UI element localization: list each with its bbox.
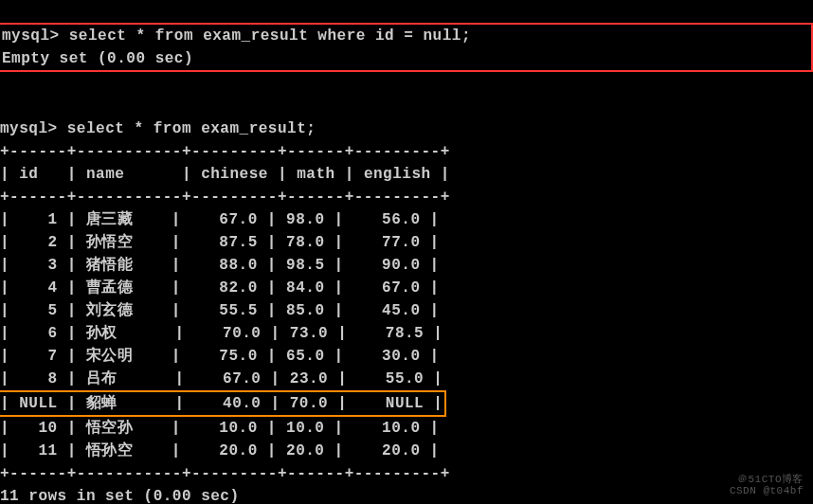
cell-english: 45.0 [382,302,420,319]
cell-id: 1 [48,211,58,228]
cell-chinese: 82.0 [219,279,257,297]
cell-chinese: 67.0 [223,370,261,387]
terminal-output: mysql> select * from exam_result where i… [0,0,813,504]
cell-english: 90.0 [382,257,420,274]
watermark-line1: ＠51CTO博客 [730,474,804,485]
col-english: english [364,166,431,183]
cell-chinese: 20.0 [219,442,257,459]
cell-id: 10 [38,420,57,437]
cell-chinese: 10.0 [219,420,257,437]
cell-name: 吕布 [86,370,117,387]
cell-id: 5 [48,302,58,319]
cell-math: 84.0 [286,279,324,297]
cell-english: 78.5 [386,325,424,342]
cell-id: 11 [38,442,57,459]
cell-math: 10.0 [286,420,324,437]
cell-id: 3 [48,257,58,274]
cell-math: 23.0 [290,370,328,387]
cell-math: 65.0 [286,348,324,365]
table-border-top: +------+-----------+---------+------+---… [0,143,450,160]
result-1: Empty set (0.00 sec) [2,50,193,67]
cell-math: 73.0 [290,325,328,342]
cell-english: 30.0 [382,348,420,365]
cell-name: 貂蝉 [86,395,117,412]
cell-chinese: 87.5 [219,234,257,251]
mysql-prompt: mysql> [0,120,58,137]
cell-id: NULL [19,395,57,412]
cell-english: 77.0 [382,234,420,251]
cell-chinese: 55.5 [219,302,257,319]
cell-chinese: 88.0 [219,257,257,274]
col-chinese: chinese [201,166,268,183]
cell-english: 67.0 [382,279,420,297]
cell-name: 宋公明 [86,348,134,365]
cell-id: 6 [48,325,58,342]
cell-id: 7 [48,348,58,365]
cell-english: 20.0 [382,442,420,459]
cell-id: 4 [48,279,58,297]
cell-name: 孙悟空 [86,234,134,251]
mysql-prompt: mysql> [2,27,60,45]
cell-id: 2 [48,234,58,251]
cell-name: 唐三藏 [86,211,134,228]
cell-math: 20.0 [286,442,324,459]
table-border-mid: +------+-----------+---------+------+---… [0,189,450,206]
col-id: id [19,166,38,183]
cell-math: 78.0 [286,234,324,251]
cell-english: 10.0 [382,420,420,437]
cell-name: 悟空孙 [86,420,134,437]
cell-math: 70.0 [290,395,328,412]
col-math: math [297,166,334,183]
cell-chinese: 70.0 [223,325,261,342]
watermark-line2: CSDN @t04bf [730,485,804,496]
cell-math: 98.0 [286,211,324,228]
query-1: select * from exam_result where id = nul… [69,27,471,45]
cell-chinese: 67.0 [219,211,257,228]
cell-chinese: 75.0 [219,348,257,365]
cell-name: 猪悟能 [86,257,134,274]
cell-name: 曹孟德 [86,279,134,297]
cell-english: 56.0 [382,211,420,228]
table-border-bottom: +------+-----------+---------+------+---… [0,465,450,482]
cell-chinese: 40.0 [223,395,261,412]
highlight-red-box: mysql> select * from exam_result where i… [0,23,813,72]
cell-math: 85.0 [286,302,324,319]
cell-math: 98.5 [286,257,324,274]
cell-name: 孙权 [86,325,117,342]
cell-name: 悟孙空 [86,442,134,459]
query-2: select * from exam_result; [67,120,316,137]
watermark: ＠51CTO博客 CSDN @t04bf [730,474,804,496]
cell-english: 55.0 [386,370,424,387]
cell-english: NULL [386,395,424,412]
highlight-orange-box: | NULL | 貂蝉 | 40.0 | 70.0 | NULL | [0,390,446,417]
result-footer: 11 rows in set (0.00 sec) [0,488,240,504]
col-name: name [86,166,124,183]
cell-id: 8 [48,370,58,387]
cell-name: 刘玄德 [86,302,134,319]
